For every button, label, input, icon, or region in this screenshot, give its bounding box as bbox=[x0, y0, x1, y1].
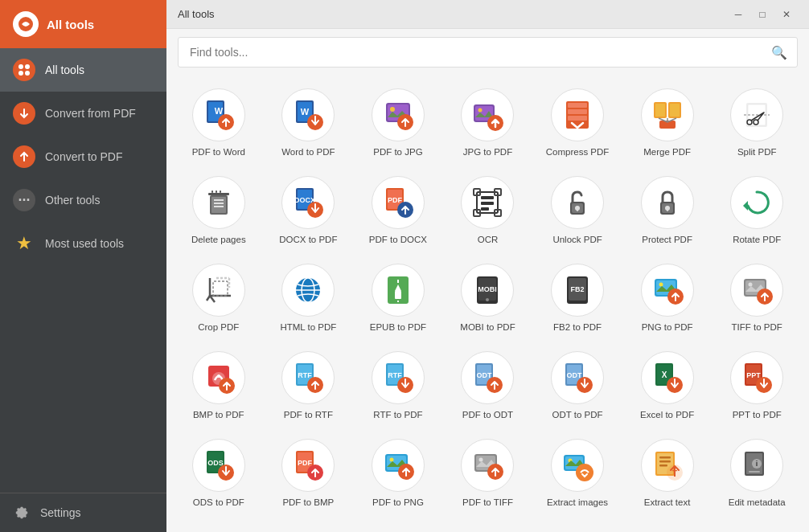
tool-compress-pdf[interactable]: Compress PDF bbox=[536, 84, 618, 163]
minimize-button[interactable]: ─ bbox=[727, 6, 749, 23]
titlebar: All tools ─ □ ✕ bbox=[166, 0, 809, 29]
search-bar: 🔍 bbox=[166, 29, 809, 76]
tool-extract-images[interactable]: Extract images bbox=[536, 434, 618, 514]
tool-crop-pdf[interactable]: Crop PDF bbox=[178, 259, 260, 338]
excel-to-pdf-label: Excel to PDF bbox=[640, 409, 694, 421]
tool-pdf-to-png[interactable]: PDF to PNG bbox=[357, 434, 439, 514]
svg-rect-37 bbox=[211, 190, 213, 193]
merge-pdf-icon bbox=[641, 88, 694, 141]
sidebar-item-other-tools-label: Other tools bbox=[45, 194, 100, 207]
tool-merge-pdf[interactable]: Merge PDF bbox=[626, 84, 708, 163]
word-to-pdf-icon: W bbox=[281, 88, 335, 141]
tool-mobi-to-pdf[interactable]: MOBI MOBI to PDF bbox=[447, 259, 529, 338]
docx-to-pdf-label: DOCX to PDF bbox=[279, 234, 337, 246]
tool-docx-to-pdf[interactable]: DOCX DOCX to PDF bbox=[268, 171, 350, 251]
tiff-to-pdf-icon bbox=[730, 264, 783, 317]
tool-pdf-to-docx[interactable]: PDF PDF to DOCX bbox=[357, 171, 439, 251]
maximize-button[interactable]: □ bbox=[751, 6, 774, 23]
svg-text:RTF: RTF bbox=[298, 371, 313, 379]
svg-text:ODT: ODT bbox=[567, 371, 583, 379]
tool-protect-pdf[interactable]: Protect PDF bbox=[626, 171, 708, 251]
settings-label: Settings bbox=[40, 506, 81, 519]
settings-item[interactable]: Settings bbox=[0, 493, 166, 532]
tool-unlock-pdf[interactable]: Unlock PDF bbox=[536, 171, 618, 251]
main-content: All tools ─ □ ✕ 🔍 W PDF to Word bbox=[166, 0, 809, 532]
tool-bmp-to-pdf[interactable]: BMP to PDF bbox=[178, 346, 260, 426]
sidebar-item-convert-to-pdf[interactable]: Convert to PDF bbox=[0, 135, 166, 178]
tool-ocr[interactable]: OCR bbox=[447, 171, 529, 251]
tool-pdf-to-odt[interactable]: ODT PDF to ODT bbox=[447, 346, 529, 426]
odt-to-pdf-label: ODT to PDF bbox=[552, 409, 603, 421]
tool-epub-to-pdf[interactable]: EPUB to PDF bbox=[357, 259, 439, 338]
rtf-to-pdf-label: RTF to PDF bbox=[373, 409, 422, 421]
extract-images-label: Extract images bbox=[547, 497, 608, 509]
svg-rect-153 bbox=[659, 464, 667, 467]
pdf-to-docx-icon: PDF bbox=[372, 176, 425, 229]
tool-odt-to-pdf[interactable]: ODT ODT to PDF bbox=[536, 346, 618, 426]
epub-to-pdf-icon bbox=[372, 264, 425, 317]
svg-marker-70 bbox=[743, 201, 748, 211]
sidebar-item-all-tools[interactable]: All tools bbox=[0, 48, 166, 92]
svg-point-89 bbox=[486, 298, 489, 301]
sidebar-logo[interactable]: All tools bbox=[0, 0, 166, 48]
sidebar-item-other-tools[interactable]: ··· Other tools bbox=[0, 178, 166, 222]
mobi-to-pdf-icon: MOBI bbox=[461, 264, 514, 317]
svg-point-21 bbox=[478, 108, 483, 113]
svg-point-95 bbox=[659, 282, 663, 286]
svg-rect-30 bbox=[670, 104, 680, 117]
tool-extract-text[interactable]: T Extract text bbox=[626, 434, 708, 514]
delete-pages-icon bbox=[192, 176, 245, 229]
tool-ods-to-pdf[interactable]: ODS ODS to PDF bbox=[178, 434, 260, 514]
tool-html-to-pdf[interactable]: HTML to PDF bbox=[268, 259, 350, 338]
pdf-to-jpg-icon bbox=[372, 88, 425, 141]
rtf-to-pdf-icon: RTF bbox=[372, 351, 425, 404]
svg-rect-55 bbox=[481, 196, 494, 199]
titlebar-text: All tools bbox=[178, 8, 215, 20]
svg-text:i: i bbox=[756, 460, 758, 468]
ods-to-pdf-label: ODS to PDF bbox=[193, 497, 244, 509]
tool-delete-pages[interactable]: Delete pages bbox=[178, 171, 260, 251]
svg-text:W: W bbox=[301, 107, 310, 117]
close-button[interactable]: ✕ bbox=[775, 6, 798, 23]
all-tools-icon bbox=[13, 59, 35, 81]
tool-pdf-to-bmp[interactable]: PDF PDF to BMP bbox=[268, 434, 350, 514]
tool-word-to-pdf[interactable]: W Word to PDF bbox=[268, 84, 350, 163]
convert-from-pdf-icon bbox=[13, 102, 35, 125]
svg-rect-75 bbox=[213, 281, 228, 296]
jpg-to-pdf-icon bbox=[461, 88, 514, 141]
svg-rect-26 bbox=[568, 116, 587, 121]
tool-tiff-to-pdf[interactable]: TIFF to PDF bbox=[716, 259, 798, 338]
unlock-pdf-icon bbox=[551, 176, 604, 229]
crop-pdf-icon bbox=[192, 264, 245, 317]
rotate-pdf-label: Rotate PDF bbox=[733, 234, 781, 246]
tool-pdf-to-rtf[interactable]: RTF PDF to RTF bbox=[268, 346, 350, 426]
most-used-icon: ★ bbox=[13, 232, 35, 255]
tool-pdf-to-word[interactable]: W PDF to Word bbox=[178, 84, 260, 163]
delete-pages-label: Delete pages bbox=[191, 234, 246, 246]
split-pdf-label: Split PDF bbox=[737, 146, 777, 158]
tool-edit-metadata[interactable]: i Edit metadata bbox=[716, 434, 798, 514]
ocr-icon bbox=[461, 176, 514, 229]
sidebar-item-most-used[interactable]: ★ Most used tools bbox=[0, 222, 166, 265]
pdf-to-tiff-icon bbox=[461, 439, 514, 492]
sidebar-item-convert-from-pdf[interactable]: Convert from PDF bbox=[0, 92, 166, 135]
tool-pdf-to-tiff[interactable]: PDF to TIFF bbox=[447, 434, 529, 514]
tool-split-pdf[interactable]: Split PDF bbox=[716, 84, 798, 163]
svg-text:ODT: ODT bbox=[477, 371, 493, 379]
tool-fb2-to-pdf[interactable]: FB2 FB2 to PDF bbox=[536, 259, 618, 338]
window-controls: ─ □ ✕ bbox=[727, 6, 798, 23]
tool-rtf-to-pdf[interactable]: RTF RTF to PDF bbox=[357, 346, 439, 426]
svg-rect-42 bbox=[211, 197, 226, 213]
tool-rotate-pdf[interactable]: Rotate PDF bbox=[716, 171, 798, 251]
tool-ppt-to-pdf[interactable]: PPT PPT to PDF bbox=[716, 346, 798, 426]
sidebar-item-all-tools-label: All tools bbox=[45, 63, 84, 76]
excel-to-pdf-icon: X bbox=[641, 351, 694, 404]
search-icon: 🔍 bbox=[771, 45, 787, 60]
tool-pdf-to-jpg[interactable]: PDF to JPG bbox=[357, 84, 439, 163]
svg-point-139 bbox=[389, 457, 393, 461]
tool-jpg-to-pdf[interactable]: JPG to PDF bbox=[447, 84, 529, 163]
tool-png-to-pdf[interactable]: PNG to PDF bbox=[626, 259, 708, 338]
tool-excel-to-pdf[interactable]: X Excel to PDF bbox=[626, 346, 708, 426]
pdf-to-docx-label: PDF to DOCX bbox=[369, 234, 427, 246]
search-input[interactable] bbox=[179, 38, 797, 67]
